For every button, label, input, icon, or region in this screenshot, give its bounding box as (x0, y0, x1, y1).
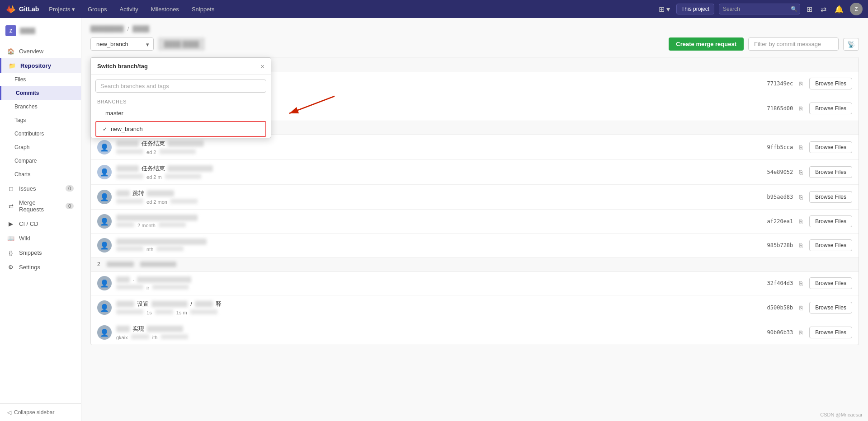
sidebar-label-snippets: Snippets (19, 249, 42, 256)
commit-row-54e89052: 👤 任务结束 ed 2 m 54e89052 (91, 160, 859, 185)
sidebar-item-repository[interactable]: 📁 Repository (0, 58, 81, 73)
create-merge-request-button[interactable]: Create merge request (669, 37, 744, 51)
repository-icon: 📁 (9, 62, 16, 69)
commit-right: af220ea1 ⎘ Browse Files (767, 215, 852, 227)
browse-files-button[interactable]: Browse Files (809, 239, 852, 251)
grid-icon-btn[interactable]: ⊞ (805, 3, 814, 15)
plus-button[interactable]: ⊞ ▾ (657, 3, 672, 15)
commit-avatar: 👤 (97, 300, 112, 315)
browse-files-button[interactable]: Browse Files (809, 166, 852, 178)
sidebar-item-compare[interactable]: Compare (0, 154, 81, 168)
bell-icon-btn[interactable]: 🔔 (833, 3, 845, 15)
merge-requests-icon: ⇄ (7, 202, 14, 210)
sidebar-item-merge-requests[interactable]: ⇄ Merge Requests 0 (0, 196, 81, 216)
commit-title-text: 设置 (137, 300, 149, 308)
branch-item-master[interactable]: ✓ master (91, 106, 271, 120)
copy-hash-button[interactable]: ⎘ (797, 304, 805, 312)
top-navigation: GitLab Projects ▾ Groups Activity Milest… (0, 0, 868, 18)
commit-hash: 771349ec (767, 80, 793, 87)
issues-badge: 0 (66, 185, 74, 192)
nav-milestones[interactable]: Milestones (148, 4, 182, 14)
nav-snippets[interactable]: Snippets (189, 4, 217, 14)
branch-dropdown-wrap: new_branch master (90, 37, 154, 51)
commit-avatar: 👤 (97, 190, 112, 204)
branch-selector[interactable]: new_branch master (90, 37, 154, 51)
sidebar-label-repository: Repository (20, 62, 51, 69)
sidebar-item-charts[interactable]: Charts (0, 168, 81, 181)
merge-icon-btn[interactable]: ⇄ (819, 3, 828, 15)
branch-item-new-branch[interactable]: ✓ new_branch (95, 121, 266, 137)
breadcrumb-root: ████████ (90, 25, 124, 32)
commit-right: b95aed83 ⎘ Browse Files (767, 191, 852, 203)
sidebar-item-snippets[interactable]: {} Snippets (0, 245, 81, 260)
sidebar-item-wiki[interactable]: 📖 Wiki (0, 231, 81, 245)
commit-title-text: 实现 (132, 325, 144, 333)
commit-hash: af220ea1 (767, 218, 793, 225)
branch-tag-switcher: Switch branch/tag × Branches ✓ master ✓ … (90, 57, 271, 138)
switcher-header: Switch branch/tag × (91, 58, 271, 75)
this-project-button[interactable]: This project (676, 4, 714, 14)
collapse-sidebar-btn[interactable]: ◁ Collapse sidebar (0, 403, 81, 421)
logo-text: GitLab (19, 5, 39, 13)
copy-hash-button[interactable]: ⎘ (797, 104, 805, 113)
copy-hash-button[interactable]: ⎘ (797, 328, 805, 337)
copy-hash-button[interactable]: ⎘ (797, 241, 805, 250)
browse-files-button[interactable]: Browse Files (809, 327, 852, 338)
copy-hash-button[interactable]: ⎘ (797, 279, 805, 288)
gitlab-logo[interactable]: GitLab (5, 4, 39, 14)
rss-button[interactable]: 📡 (843, 38, 859, 51)
commit-row-985b728b: 👤 nth 985b728b ⎘ Browse Files (91, 234, 859, 257)
copy-hash-button[interactable]: ⎘ (797, 80, 805, 88)
sidebar-item-commits[interactable]: Commits (0, 86, 81, 100)
commit-title-text: 跳转 (132, 189, 144, 197)
sidebar-item-overview[interactable]: 🏠 Overview (0, 44, 81, 58)
sidebar-item-issues[interactable]: ◻ Issues 0 (0, 181, 81, 196)
commit-info: 任务结束 ed 2 (116, 140, 763, 155)
breadcrumb: ████████ / ████ (90, 25, 859, 32)
sidebar-item-cicd[interactable]: ▶ CI / CD (0, 216, 81, 231)
commit-meta: ed 2 (116, 149, 763, 155)
copy-hash-button[interactable]: ⎘ (797, 193, 805, 201)
breadcrumb-project: ████ (132, 25, 149, 32)
main-content: ████████ / ████ new_branch master ████ █… (81, 18, 868, 421)
copy-hash-button[interactable]: ⎘ (797, 168, 805, 177)
sidebar-item-branches[interactable]: Branches (0, 100, 81, 113)
sidebar-item-files[interactable]: Files (0, 73, 81, 86)
sidebar-label-merge-requests: Merge Requests (19, 199, 61, 213)
browse-files-button[interactable]: Browse Files (809, 78, 852, 89)
user-avatar[interactable]: Z (850, 3, 863, 15)
filter-input[interactable] (748, 37, 839, 51)
settings-icon: ⚙ (7, 263, 14, 271)
sidebar-item-contributors[interactable]: Contributors (0, 127, 81, 140)
browse-files-button[interactable]: Browse Files (809, 277, 852, 289)
branches-section-label: Branches (91, 97, 271, 106)
search-input[interactable] (719, 4, 800, 14)
copy-hash-button[interactable]: ⎘ (797, 217, 805, 226)
commit-row-32f404d3: 👤 · ir 32f404d3 ⎘ (91, 271, 859, 295)
overview-icon: 🏠 (7, 47, 14, 55)
commit-row-b95aed83: 👤 跳转 ed 2 mon b95aed83 (91, 185, 859, 210)
sidebar-item-graph[interactable]: Graph (0, 140, 81, 154)
sidebar-label-graph: Graph (14, 144, 29, 150)
browse-files-button[interactable]: Browse Files (809, 141, 852, 153)
browse-files-button[interactable]: Browse Files (809, 191, 852, 203)
sidebar-item-settings[interactable]: ⚙ Settings (0, 260, 81, 274)
sidebar-label-charts: Charts (14, 171, 30, 178)
browse-files-button[interactable]: Browse Files (809, 215, 852, 227)
branch-name-master: master (105, 110, 123, 117)
sidebar-item-tags[interactable]: Tags (0, 113, 81, 127)
browse-files-button[interactable]: Browse Files (809, 302, 852, 313)
switcher-close-button[interactable]: × (260, 62, 264, 70)
check-icon-new-branch: ✓ (103, 126, 107, 132)
main-layout: Z ████ 🏠 Overview 📁 Repository Files Com… (0, 18, 868, 421)
commit-hash: d500b58b (767, 304, 793, 311)
commit-info: · ir (116, 276, 763, 290)
browse-files-button[interactable]: Browse Files (809, 103, 852, 114)
commit-row-90b06b33: 👤 实现 gkaix ith 90b06b (91, 320, 859, 345)
nav-groups[interactable]: Groups (85, 4, 110, 14)
branch-search-input[interactable] (95, 80, 266, 93)
commit-date-4: 2 (97, 261, 100, 267)
copy-hash-button[interactable]: ⎘ (797, 143, 805, 152)
nav-activity[interactable]: Activity (117, 4, 141, 14)
nav-projects[interactable]: Projects ▾ (46, 4, 78, 14)
